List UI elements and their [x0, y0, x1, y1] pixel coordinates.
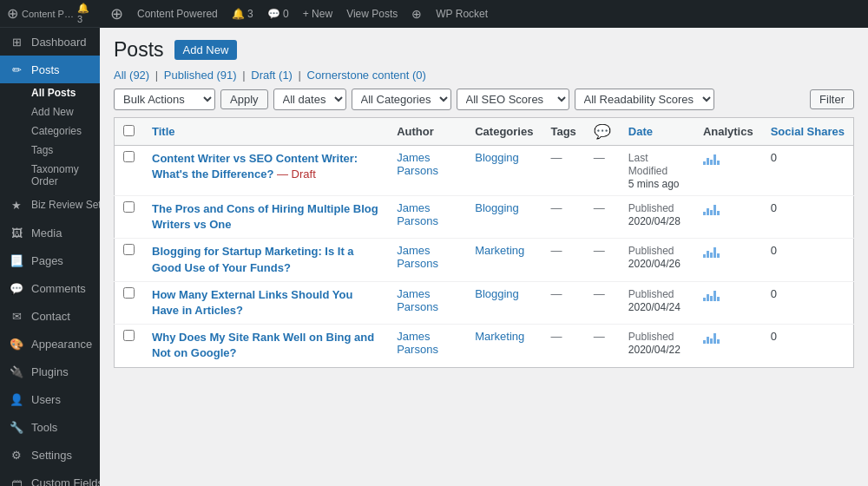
- category-link[interactable]: Marketing: [475, 244, 524, 257]
- tools-icon: 🔧: [9, 419, 24, 435]
- bar-4: [713, 333, 716, 344]
- analytics-chart: [703, 151, 720, 165]
- category-link[interactable]: Blogging: [475, 201, 519, 214]
- filter-all[interactable]: All (92): [114, 69, 149, 82]
- sidebar-item-contact[interactable]: ✉ Contact: [0, 302, 100, 330]
- sidebar-item-comments[interactable]: 💬 Comments: [0, 274, 100, 302]
- col-date[interactable]: Date: [620, 118, 694, 146]
- sidebar-item-settings-label: Settings: [31, 449, 72, 462]
- row-checkbox-cell: [115, 239, 144, 281]
- post-social-shares-cell: 0: [762, 239, 854, 281]
- topbar-new[interactable]: + New: [303, 8, 332, 20]
- date-value: 5 mins ago: [628, 178, 680, 190]
- post-date-cell: Published2020/04/22: [620, 325, 694, 367]
- filter-button[interactable]: Filter: [810, 89, 854, 109]
- date-value: 2020/04/26: [628, 258, 681, 270]
- custom-fields-icon: 🗃: [9, 475, 24, 486]
- topbar-notifications[interactable]: 🔔 3: [232, 8, 253, 20]
- topbar-site-name[interactable]: Content Powered: [137, 8, 218, 20]
- sidebar-item-plugins[interactable]: 🔌 Plugins: [0, 358, 100, 385]
- plugins-icon: 🔌: [9, 364, 24, 379]
- topbar-wp-rocket[interactable]: WP Rocket: [436, 8, 488, 20]
- row-checkbox-1[interactable]: [123, 201, 135, 213]
- sidebar-item-tools-label: Tools: [31, 421, 57, 434]
- title-sort-link[interactable]: Title: [152, 125, 175, 138]
- filter-draft[interactable]: Draft (1): [251, 69, 293, 82]
- filter-published[interactable]: Published (91): [164, 69, 237, 82]
- bulk-actions-select[interactable]: Bulk Actions Edit Move to Trash: [114, 89, 215, 110]
- sidebar-item-posts[interactable]: ✏ Posts: [0, 56, 100, 83]
- filter-cornerstone[interactable]: Cornerstone content (0): [307, 69, 426, 82]
- post-analytics-cell: [694, 281, 762, 324]
- sidebar-item-biz-review[interactable]: ★ Biz Review Settings: [0, 191, 100, 219]
- post-title-link[interactable]: Content Writer vs SEO Content Writer: Wh…: [152, 152, 358, 181]
- bulk-actions-row: Bulk Actions Edit Move to Trash Apply Al…: [114, 89, 854, 110]
- sidebar-item-appearance-label: Appearance: [31, 338, 92, 351]
- row-checkbox-0[interactable]: [123, 151, 135, 162]
- author-link[interactable]: James Parsons: [397, 287, 438, 313]
- category-link[interactable]: Blogging: [475, 151, 519, 164]
- sidebar-item-tools[interactable]: 🔧 Tools: [0, 413, 100, 441]
- sidebar-item-pages-label: Pages: [31, 254, 63, 267]
- sidebar-item-dashboard[interactable]: ⊞ Dashboard: [0, 28, 100, 56]
- date-value: 2020/04/22: [628, 344, 681, 356]
- category-link[interactable]: Marketing: [475, 330, 524, 343]
- select-all-checkbox[interactable]: [123, 125, 135, 136]
- post-comments-cell: —: [585, 239, 620, 281]
- row-checkbox-2[interactable]: [123, 244, 135, 255]
- dashboard-icon: ⊞: [9, 34, 24, 49]
- row-checkbox-cell: [115, 325, 144, 367]
- bar-3: [710, 210, 713, 215]
- add-new-button[interactable]: Add New: [174, 40, 238, 60]
- row-checkbox-3[interactable]: [123, 287, 135, 299]
- bar-3: [710, 253, 713, 258]
- categories-select[interactable]: All Categories Blogging Marketing: [352, 89, 451, 110]
- row-checkbox-cell: [115, 281, 144, 324]
- comments-dash: —: [594, 151, 605, 164]
- topbar-view-posts[interactable]: View Posts: [346, 8, 398, 20]
- sidebar-item-custom-fields[interactable]: 🗃 Custom Fields: [0, 469, 100, 486]
- post-comments-cell: —: [585, 196, 620, 239]
- post-comments-cell: —: [585, 281, 620, 324]
- notification-count: 🔔 3: [77, 3, 93, 24]
- subnav-tags[interactable]: Tags: [9, 141, 100, 160]
- post-title-link[interactable]: Why Does My Site Rank Well on Bing and N…: [152, 331, 374, 359]
- sidebar-item-users-label: Users: [31, 393, 61, 406]
- author-link[interactable]: James Parsons: [397, 201, 438, 227]
- author-link[interactable]: James Parsons: [397, 244, 438, 270]
- sidebar-item-users[interactable]: 👤 Users: [0, 385, 100, 413]
- bar-4: [713, 205, 716, 215]
- date-status: Published: [628, 288, 674, 300]
- subnav-add-new[interactable]: Add New: [9, 102, 100, 122]
- top-admin-bar: ⊕ Content Powered 🔔 3 💬 0 + New View Pos…: [100, 0, 868, 28]
- post-title-link[interactable]: Blogging for Startup Marketing: Is It a …: [152, 245, 354, 273]
- sidebar-item-appearance[interactable]: 🎨 Appearance: [0, 330, 100, 358]
- readability-select[interactable]: All Readability Scores: [575, 89, 714, 110]
- post-title-cell: The Pros and Cons of Hiring Multiple Blo…: [143, 196, 388, 239]
- post-title-link[interactable]: How Many External Links Should You Have …: [152, 288, 352, 317]
- sidebar-item-settings[interactable]: ⚙ Settings: [0, 441, 100, 469]
- bar-1: [703, 254, 706, 258]
- sidebar-item-custom-fields-label: Custom Fields: [31, 476, 100, 487]
- seo-scores-select[interactable]: All SEO Scores: [457, 89, 569, 110]
- subnav-all-posts[interactable]: All Posts: [9, 83, 100, 102]
- filter-separator-2: |: [242, 69, 248, 82]
- category-link[interactable]: Blogging: [475, 287, 519, 300]
- dates-select[interactable]: All dates: [273, 89, 346, 110]
- topbar-comments[interactable]: 💬 0: [267, 8, 289, 20]
- sidebar-item-media[interactable]: 🖼 Media: [0, 219, 100, 246]
- row-checkbox-4[interactable]: [123, 330, 135, 341]
- author-link[interactable]: James Parsons: [397, 330, 438, 356]
- col-title[interactable]: Title: [143, 118, 388, 146]
- author-link[interactable]: James Parsons: [397, 151, 438, 177]
- topbar-wp-icon: ⊕: [411, 7, 422, 21]
- analytics-chart: [703, 287, 720, 301]
- subnav-categories[interactable]: Categories: [9, 122, 100, 141]
- post-tags-cell: —: [542, 325, 584, 367]
- subnav-taxonomy-order[interactable]: Taxonomy Order: [9, 160, 100, 191]
- sidebar-item-pages[interactable]: 📃 Pages: [0, 246, 100, 274]
- post-title-link[interactable]: The Pros and Cons of Hiring Multiple Blo…: [152, 202, 378, 231]
- apply-button[interactable]: Apply: [220, 89, 268, 109]
- date-value: 2020/04/28: [628, 215, 681, 227]
- date-sort-link[interactable]: Date: [628, 125, 653, 138]
